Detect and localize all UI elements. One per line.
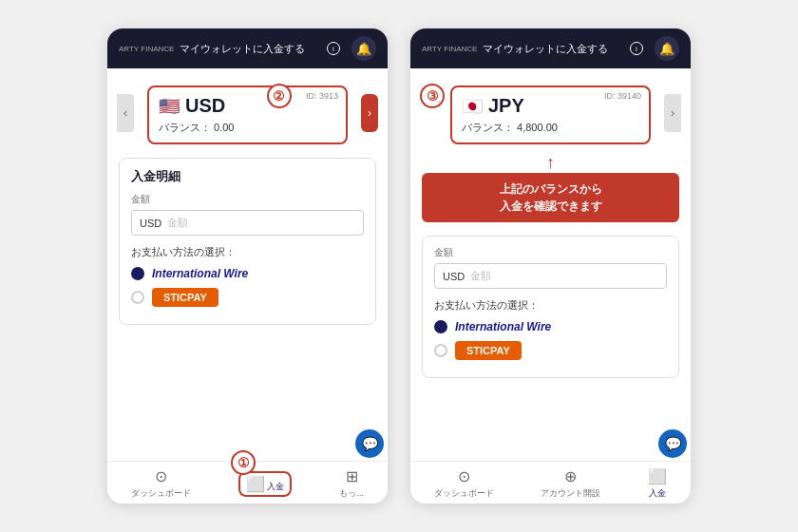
right-nav-dashboard-label: ダッシュボード	[434, 487, 494, 500]
left-nav-deposit[interactable]: ⬜ 入金	[238, 471, 293, 497]
right-nav-arrow-highlighted[interactable]: ›	[361, 94, 378, 132]
left-nav-more[interactable]: ⊞ もっ...	[339, 467, 364, 500]
left-wire-label: International Wire	[152, 267, 248, 280]
left-nav-more-label: もっ...	[339, 487, 364, 500]
right-nav-deposit[interactable]: ⬜ 入金	[648, 467, 667, 500]
left-currency-section: ‹ ID: 3913 🇺🇸 USD バランス： 0.00 › ②	[117, 76, 378, 150]
right-currency-section: ③ ID: 39140 🇯🇵 JPY バランス： 4,800.00 ›	[420, 76, 681, 150]
right-sticpay-label: STICPAY	[455, 341, 522, 360]
left-phone: ARTY FINANCE マイウォレットに入金する i 🔔 ‹ ID: 3913…	[107, 28, 388, 504]
right-deposit-icon: ⬜	[648, 467, 667, 485]
right-dashboard-icon: ⊙	[458, 467, 470, 485]
right-annotation-area: ↑ 上記のバランスから 入金を確認できます	[410, 154, 691, 222]
right-deposit-section: 金額 USD 金額 お支払い方法の選択： International Wire …	[410, 228, 691, 461]
left-currency-id: ID: 3913	[306, 91, 338, 101]
left-currency-card: ID: 3913 🇺🇸 USD バランス： 0.00	[147, 86, 348, 144]
right-amount-placeholder: 金額	[470, 269, 491, 283]
left-chat-button[interactable]: 💬	[355, 429, 384, 458]
right-wire-label: International Wire	[455, 320, 551, 333]
left-deposit-box: 入金明細 金額 USD 金額 お支払い方法の選択： International …	[119, 158, 376, 325]
right-info-icon[interactable]: i	[630, 42, 643, 55]
up-arrow-icon: ↑	[422, 154, 679, 171]
left-sticpay-radio[interactable]	[131, 291, 144, 304]
right-nav-arrow[interactable]: ›	[664, 94, 681, 132]
right-amount-currency: USD	[443, 271, 465, 282]
annotation-box: 上記のバランスから 入金を確認できます	[422, 173, 679, 222]
left-wire-radio[interactable]	[131, 267, 144, 280]
right-currency-card: ID: 39140 🇯🇵 JPY バランス： 4,800.00	[450, 86, 651, 144]
right-header: ARTY FINANCE マイウォレットに入金する i 🔔	[410, 28, 691, 68]
right-wire-option[interactable]: International Wire	[434, 320, 667, 333]
right-payment-label: お支払い方法の選択：	[434, 298, 667, 313]
annotation-line2: 入金を確認できます	[431, 198, 670, 215]
left-amount-placeholder: 金額	[167, 216, 188, 230]
right-bell-icon[interactable]: 🔔	[655, 36, 679, 61]
left-sticpay-label: STICPAY	[152, 288, 218, 307]
left-bottom-nav: ⊙ ダッシュボード ⬜ 入金 ⊞ もっ... ①	[107, 461, 388, 504]
left-nav-arrow[interactable]: ‹	[117, 94, 134, 132]
left-payment-label: お支払い方法の選択：	[131, 245, 364, 259]
left-nav-dashboard-label: ダッシュボード	[131, 487, 191, 500]
left-sticpay-option[interactable]: STICPAY	[131, 288, 364, 307]
left-nav-dashboard[interactable]: ⊙ ダッシュボード	[131, 467, 191, 500]
annotation-3: ③	[420, 84, 445, 108]
deposit-tab-highlight: ⬜ 入金	[238, 471, 293, 497]
right-currency-name: JPY	[488, 95, 524, 117]
left-deposit-section: 入金明細 金額 USD 金額 お支払い方法の選択： International …	[107, 150, 388, 461]
right-chat-button[interactable]: 💬	[658, 429, 687, 458]
left-wire-option[interactable]: International Wire	[131, 267, 364, 280]
left-amount-label: 金額	[131, 193, 364, 206]
right-currency-flag: 🇯🇵	[462, 96, 483, 117]
annotation-1: ①	[231, 450, 256, 475]
bell-icon[interactable]: 🔔	[352, 36, 376, 61]
annotation-line1: 上記のバランスから	[431, 180, 670, 198]
left-logo: ARTY FINANCE	[119, 45, 174, 53]
left-header: ARTY FINANCE マイウォレットに入金する i 🔔	[107, 28, 388, 68]
left-amount-input[interactable]: USD 金額	[131, 210, 364, 236]
right-header-title: マイウォレットに入金する	[483, 42, 626, 56]
left-deposit-title: 入金明細	[131, 168, 364, 185]
right-deposit-box: 金額 USD 金額 お支払い方法の選択： International Wire …	[422, 236, 679, 378]
right-sticpay-radio[interactable]	[434, 344, 447, 357]
deposit-icon: ⬜	[246, 476, 265, 492]
left-balance: バランス： 0.00	[159, 121, 336, 135]
left-currency-name: USD	[185, 95, 225, 117]
right-balance: バランス： 4,800.00	[462, 121, 639, 135]
right-nav-account-open[interactable]: ⊕ アカウント開設	[541, 467, 600, 500]
right-currency-id: ID: 39140	[604, 91, 641, 101]
left-amount-currency: USD	[140, 218, 162, 229]
dashboard-icon: ⊙	[155, 467, 167, 485]
annotation-2: ②	[267, 84, 292, 108]
right-nav-account-label: アカウント開設	[541, 487, 600, 500]
right-sticpay-option[interactable]: STICPAY	[434, 341, 667, 360]
right-amount-input[interactable]: USD 金額	[434, 263, 667, 289]
left-header-title: マイウォレットに入金する	[180, 42, 323, 56]
right-nav-deposit-label: 入金	[649, 487, 666, 500]
right-wire-radio[interactable]	[434, 320, 447, 333]
right-amount-label: 金額	[434, 246, 667, 259]
right-phone: ARTY FINANCE マイウォレットに入金する i 🔔 ③ ID: 3914…	[410, 28, 691, 504]
left-nav-deposit-label: 入金	[267, 482, 284, 491]
account-open-icon: ⊕	[564, 467, 577, 485]
info-icon[interactable]: i	[327, 42, 340, 55]
right-nav-dashboard[interactable]: ⊙ ダッシュボード	[434, 467, 494, 500]
right-bottom-nav: ⊙ ダッシュボード ⊕ アカウント開設 ⬜ 入金	[410, 461, 691, 504]
left-currency-flag: 🇺🇸	[159, 96, 180, 117]
right-logo: ARTY FINANCE	[422, 45, 477, 53]
more-icon: ⊞	[346, 467, 358, 485]
